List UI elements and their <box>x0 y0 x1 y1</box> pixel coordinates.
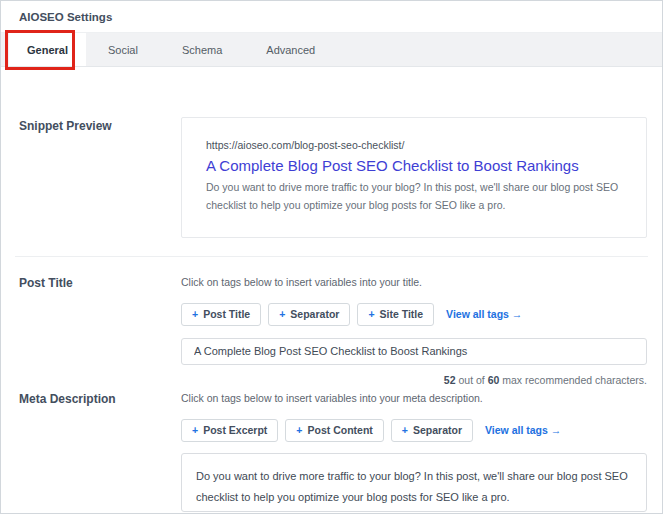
char-count: 52 <box>444 374 456 386</box>
view-all-tags-link[interactable]: View all tags → <box>485 424 561 436</box>
view-all-tags-link[interactable]: View all tags → <box>446 308 522 320</box>
snippet-description: Do you want to drive more traffic to you… <box>206 179 622 215</box>
post-title-input[interactable] <box>181 338 647 365</box>
post-title-tag-row: +Post Title +Separator +Site Title View … <box>181 303 647 326</box>
meta-description-section: Meta Description Click on tags below to … <box>1 390 662 514</box>
tab-advanced[interactable]: Advanced <box>244 33 337 66</box>
plus-icon: + <box>296 424 302 436</box>
tag-button-label: Post Title <box>203 308 250 320</box>
snippet-preview-section: Snippet Preview https://aioseo.com/blog-… <box>1 117 662 238</box>
tag-button-site-title[interactable]: +Site Title <box>357 303 434 326</box>
aioseo-settings-panel: AIOSEO Settings General Social Schema Ad… <box>0 0 663 514</box>
post-title-section: Post Title Click on tags below to insert… <box>1 274 662 386</box>
tag-button-post-title[interactable]: +Post Title <box>181 303 261 326</box>
plus-icon: + <box>368 308 374 320</box>
panel-header: AIOSEO Settings <box>1 1 662 33</box>
snippet-preview-card: https://aioseo.com/blog-post-seo-checkli… <box>181 117 647 238</box>
tag-button-separator[interactable]: +Separator <box>391 419 473 442</box>
tag-button-post-content[interactable]: +Post Content <box>285 419 383 442</box>
snippet-title: A Complete Blog Post SEO Checklist to Bo… <box>206 157 622 174</box>
tag-button-separator[interactable]: +Separator <box>268 303 350 326</box>
plus-icon: + <box>192 308 198 320</box>
meta-description-textarea[interactable]: Do you want to drive more traffic to you… <box>181 453 647 512</box>
post-title-helper-text: Click on tags below to insert variables … <box>181 274 647 288</box>
tag-button-label: Site Title <box>380 308 424 320</box>
tab-bar: General Social Schema Advanced <box>1 33 662 67</box>
tab-social[interactable]: Social <box>86 33 160 66</box>
general-tab-content: Snippet Preview https://aioseo.com/blog-… <box>1 67 662 514</box>
tab-general[interactable]: General <box>9 33 86 66</box>
meta-description-tag-row: +Post Excerpt +Post Content +Separator V… <box>181 419 647 442</box>
tag-button-label: Post Content <box>307 424 372 436</box>
plus-icon: + <box>192 424 198 436</box>
section-divider <box>15 256 648 257</box>
tag-button-label: Post Excerpt <box>203 424 267 436</box>
post-title-char-counter: 52 out of 60 max recommended characters. <box>181 374 647 386</box>
tag-button-label: Separator <box>413 424 462 436</box>
meta-description-label: Meta Description <box>1 390 181 406</box>
tag-button-label: Separator <box>290 308 339 320</box>
tab-schema[interactable]: Schema <box>160 33 244 66</box>
snippet-preview-label: Snippet Preview <box>1 117 181 133</box>
snippet-url: https://aioseo.com/blog-post-seo-checkli… <box>206 139 622 151</box>
char-max: 60 <box>488 374 500 386</box>
meta-description-helper-text: Click on tags below to insert variables … <box>181 390 647 404</box>
post-title-label: Post Title <box>1 274 181 290</box>
tag-button-post-excerpt[interactable]: +Post Excerpt <box>181 419 278 442</box>
plus-icon: + <box>402 424 408 436</box>
plus-icon: + <box>279 308 285 320</box>
panel-title: AIOSEO Settings <box>19 11 112 23</box>
